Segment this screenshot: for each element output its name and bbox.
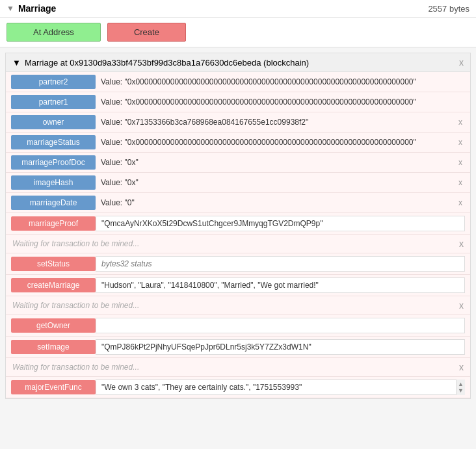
waiting-row-1: Waiting for transaction to be mined... x [6,235,470,253]
field-row-image-hash: imageHash Value: "0x" x [6,173,470,193]
set-image-input[interactable] [96,339,465,355]
field-row-create-marriage: createMarriage [6,275,470,296]
field-row-marriage-proof-doc: marriageProofDoc Value: "0x" x [6,153,470,173]
contract-triangle-icon: ▼ [12,58,21,68]
set-status-input[interactable] [96,256,465,272]
get-owner-input[interactable] [96,318,465,333]
scroll-down-arrow[interactable]: ▼ [458,387,464,395]
field-row-major-event-func: majorEventFunc ▲ ▼ [6,377,470,398]
image-hash-value: Value: "0x" [96,175,456,190]
contract-address-label: Marriage at 0x9130d9a33bf4753bf99d3c8ba1… [25,58,309,68]
create-marriage-input[interactable] [96,277,465,293]
field-row-partner2: partner2 Value: "0x000000000000000000000… [6,72,470,92]
marriage-proof-doc-label[interactable]: marriageProofDoc [11,155,96,170]
waiting3-close-button[interactable]: x [459,362,464,372]
marriage-proof-doc-close-button[interactable]: x [456,158,465,167]
scroll-up-arrow[interactable]: ▲ [458,379,464,387]
major-event-func-label[interactable]: majorEventFunc [11,380,96,394]
partner1-value: Value: "0x000000000000000000000000000000… [96,95,465,109]
app-title: Marriage [18,3,56,14]
waiting1-close-button[interactable]: x [459,238,464,249]
marriage-proof-label[interactable]: marriageProof [11,216,96,231]
marriage-date-label[interactable]: marriageDate [11,196,96,210]
marriage-proof-input[interactable] [96,216,465,231]
field-row-partner1: partner1 Value: "0x000000000000000000000… [6,92,470,112]
set-status-label[interactable]: setStatus [11,257,96,271]
marriage-status-value: Value: "0x000000000000000000000000000000… [96,135,456,149]
marriage-status-label[interactable]: marriageStatus [11,135,96,149]
triangle-icon: ▼ [7,4,14,13]
set-image-label[interactable]: setImage [11,340,96,354]
partner1-label[interactable]: partner1 [11,95,96,109]
create-marriage-label[interactable]: createMarriage [11,278,96,292]
partner2-label[interactable]: partner2 [11,75,96,89]
partner2-value: Value: "0x000000000000000000000000000000… [96,75,465,89]
at-address-button[interactable]: At Address [7,23,101,42]
top-bar-title: ▼ Marriage [7,3,56,14]
contract-close-button[interactable]: x [459,57,464,68]
contract-header-title: ▼ Marriage at 0x9130d9a33bf4753bf99d3c8b… [12,58,309,68]
major-event-func-input[interactable] [96,379,465,395]
waiting-text-3: Waiting for transaction to be mined... [12,363,139,372]
waiting-text-2: Waiting for transaction to be mined... [12,301,139,310]
field-row-set-status: setStatus [6,253,470,275]
waiting-text-1: Waiting for transaction to be mined... [12,239,139,248]
contract-panel: ▼ Marriage at 0x9130d9a33bf4753bf99d3c8b… [5,53,471,399]
owner-label[interactable]: owner [11,115,96,129]
waiting-row-2: Waiting for transaction to be mined... x [6,296,470,315]
contract-header: ▼ Marriage at 0x9130d9a33bf4753bf99d3c8b… [6,53,470,72]
marriage-date-value: Value: "0" [96,196,456,210]
get-owner-label[interactable]: getOwner [11,318,96,333]
owner-close-button[interactable]: x [456,118,465,127]
marriage-status-close-button[interactable]: x [456,138,465,147]
create-button[interactable]: Create [107,23,186,42]
action-bar: At Address Create [0,18,476,47]
owner-value: Value: "0x71353366b3ca768968ea084167655e… [96,115,456,129]
bytes-label: 2557 bytes [428,4,469,14]
major-event-func-wrap: ▲ ▼ [96,379,465,395]
waiting2-close-button[interactable]: x [459,300,464,311]
field-row-set-image: setImage [6,337,470,358]
field-row-marriage-proof: marriageProof [6,213,470,235]
field-row-marriage-date: marriageDate Value: "0" x [6,193,470,213]
field-row-get-owner: getOwner [6,315,470,337]
waiting-row-3: Waiting for transaction to be mined... x [6,358,470,377]
marriage-date-close-button[interactable]: x [456,198,465,207]
image-hash-label[interactable]: imageHash [11,175,96,190]
marriage-proof-doc-value: Value: "0x" [96,155,456,170]
field-row-owner: owner Value: "0x71353366b3ca768968ea0841… [6,112,470,133]
scrollbar: ▲ ▼ [456,379,465,395]
top-bar: ▼ Marriage 2557 bytes [0,0,476,18]
field-row-marriage-status: marriageStatus Value: "0x000000000000000… [6,133,470,153]
image-hash-close-button[interactable]: x [456,178,465,187]
